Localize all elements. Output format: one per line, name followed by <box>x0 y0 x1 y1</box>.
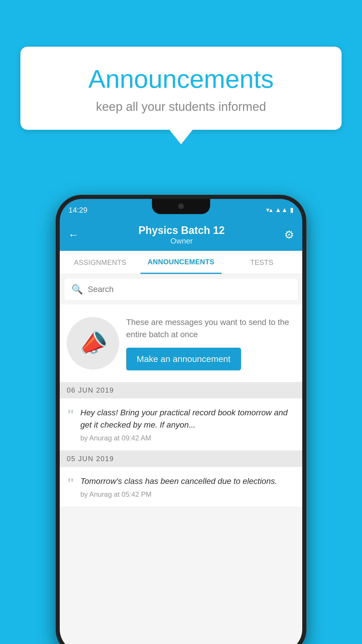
status-icons: ▾▴ ▲▲ ▮ <box>266 206 294 214</box>
phone-notch <box>152 199 210 214</box>
announcement-item-2[interactable]: " Tomorrow's class has been cancelled du… <box>60 467 302 507</box>
quote-icon: " <box>67 408 75 422</box>
search-bar[interactable]: 🔍 <box>64 279 298 300</box>
speech-bubble-container: Announcements keep all your students inf… <box>20 47 342 144</box>
announcements-title: Announcements <box>38 64 324 94</box>
date-divider-2: 05 JUN 2019 <box>60 451 302 467</box>
app-header: ← Physics Batch 12 Owner ⚙ <box>60 219 302 251</box>
tab-tests[interactable]: TESTS <box>222 251 302 274</box>
announcement-content-1: Hey class! Bring your practical record b… <box>80 407 295 442</box>
tab-assignments[interactable]: ASSIGNMENTS <box>60 251 140 274</box>
back-button[interactable]: ← <box>68 229 79 241</box>
announcement-meta-2: by Anurag at 05:42 PM <box>80 490 295 498</box>
signal-icon: ▲▲ <box>275 206 288 214</box>
wifi-icon: ▾▴ <box>266 206 273 214</box>
cta-description: These are messages you want to send to t… <box>126 316 295 341</box>
search-icon: 🔍 <box>71 284 83 295</box>
announcements-subtitle: keep all your students informed <box>38 100 324 114</box>
power-button <box>304 292 306 321</box>
phone-frame: 14:29 ▾▴ ▲▲ ▮ ← Physics Batch 12 Owner ⚙… <box>56 195 306 644</box>
announcement-content-2: Tomorrow's class has been cancelled due … <box>80 475 295 498</box>
cta-right: These are messages you want to send to t… <box>126 316 295 370</box>
tab-announcements[interactable]: ANNOUNCEMENTS <box>140 251 221 274</box>
status-time: 14:29 <box>68 206 87 215</box>
speech-bubble-tail <box>169 130 193 144</box>
megaphone-icon-circle: 📣 <box>67 317 119 370</box>
content-area: 🔍 📣 These are messages you want to send … <box>60 274 302 644</box>
announcement-item-1[interactable]: " Hey class! Bring your practical record… <box>60 398 302 451</box>
volume-button <box>56 275 58 295</box>
announcement-text-1: Hey class! Bring your practical record b… <box>80 407 295 431</box>
date-divider-1: 06 JUN 2019 <box>60 382 302 398</box>
tabs-bar: ASSIGNMENTS ANNOUNCEMENTS TESTS <box>60 251 302 274</box>
search-input[interactable] <box>88 285 291 294</box>
header-title-group: Physics Batch 12 Owner <box>138 224 225 246</box>
speech-bubble: Announcements keep all your students inf… <box>20 47 342 130</box>
megaphone-icon: 📣 <box>75 326 111 360</box>
quote-icon-2: " <box>67 476 75 490</box>
cta-section: 📣 These are messages you want to send to… <box>60 304 302 382</box>
header-subtitle: Owner <box>138 237 225 246</box>
make-announcement-button[interactable]: Make an announcement <box>126 348 241 370</box>
front-camera <box>178 203 184 209</box>
header-title: Physics Batch 12 <box>138 224 225 237</box>
announcement-text-2: Tomorrow's class has been cancelled due … <box>80 475 295 487</box>
announcement-meta-1: by Anurag at 09:42 AM <box>80 434 295 442</box>
battery-icon: ▮ <box>290 206 294 214</box>
settings-icon[interactable]: ⚙ <box>284 228 294 241</box>
